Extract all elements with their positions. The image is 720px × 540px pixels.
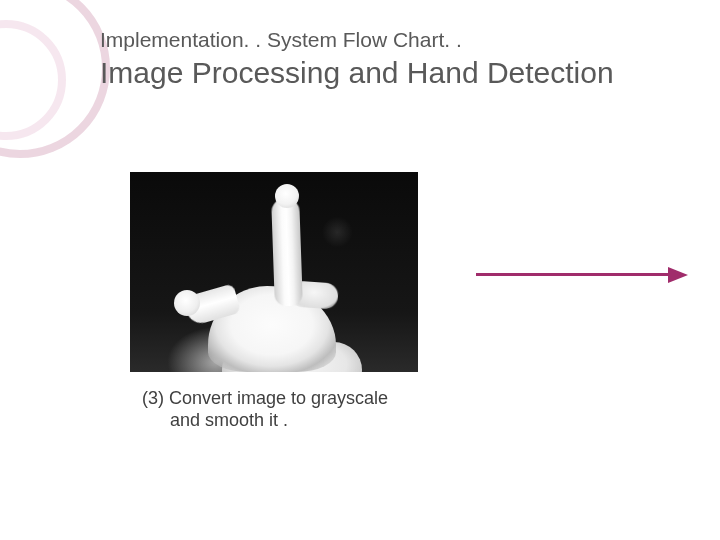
hand-index-finger: [271, 198, 303, 307]
breadcrumb: Implementation. . System Flow Chart. .: [100, 28, 462, 52]
caption-line-2: and smooth it .: [142, 410, 432, 432]
figure-caption: (3) Convert image to grayscale and smoot…: [142, 388, 432, 431]
page-title: Image Processing and Hand Detection: [100, 56, 614, 90]
arrow-line: [476, 273, 670, 276]
slide: Implementation. . System Flow Chart. . I…: [0, 0, 720, 540]
caption-line-1: (3) Convert image to grayscale: [142, 388, 388, 408]
grayscale-hand-image: [130, 172, 418, 372]
hand-thumb-tip: [174, 290, 200, 316]
arrow-head-icon: [668, 267, 688, 283]
hand-index-tip: [275, 184, 299, 208]
flow-arrow-right: [476, 268, 688, 282]
